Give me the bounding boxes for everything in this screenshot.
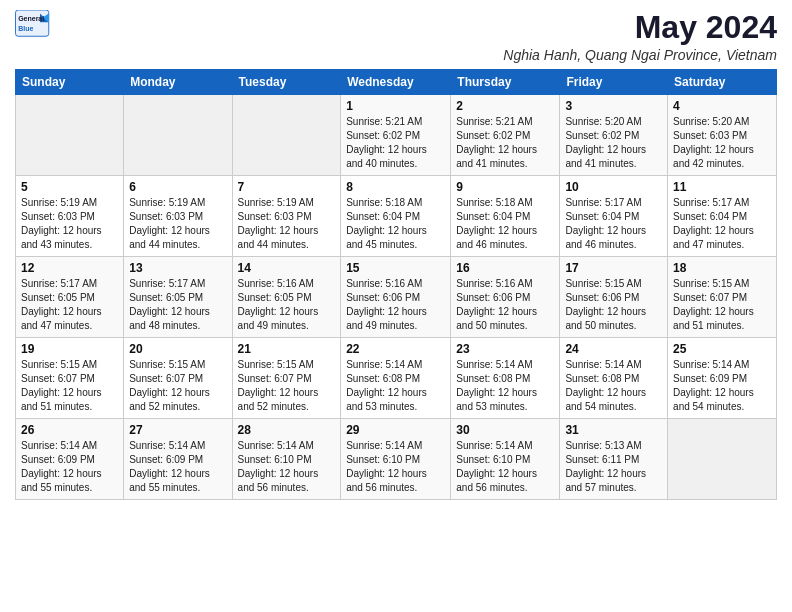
title-section: May 2024 Nghia Hanh, Quang Ngai Province…	[503, 10, 777, 63]
day-info: Sunrise: 5:15 AM Sunset: 6:07 PM Dayligh…	[21, 358, 118, 414]
table-row: 7 Sunrise: 5:19 AM Sunset: 6:03 PM Dayli…	[232, 176, 341, 257]
table-row: 10 Sunrise: 5:17 AM Sunset: 6:04 PM Dayl…	[560, 176, 668, 257]
table-row: 12 Sunrise: 5:17 AM Sunset: 6:05 PM Dayl…	[16, 257, 124, 338]
day-info: Sunrise: 5:19 AM Sunset: 6:03 PM Dayligh…	[238, 196, 336, 252]
header-thursday: Thursday	[451, 70, 560, 95]
table-row: 13 Sunrise: 5:17 AM Sunset: 6:05 PM Dayl…	[124, 257, 232, 338]
day-number: 18	[673, 261, 771, 275]
day-info: Sunrise: 5:14 AM Sunset: 6:08 PM Dayligh…	[456, 358, 554, 414]
day-info: Sunrise: 5:21 AM Sunset: 6:02 PM Dayligh…	[346, 115, 445, 171]
day-number: 2	[456, 99, 554, 113]
day-number: 17	[565, 261, 662, 275]
day-info: Sunrise: 5:20 AM Sunset: 6:02 PM Dayligh…	[565, 115, 662, 171]
day-info: Sunrise: 5:21 AM Sunset: 6:02 PM Dayligh…	[456, 115, 554, 171]
table-row: 24 Sunrise: 5:14 AM Sunset: 6:08 PM Dayl…	[560, 338, 668, 419]
table-row	[124, 95, 232, 176]
table-row: 18 Sunrise: 5:15 AM Sunset: 6:07 PM Dayl…	[668, 257, 777, 338]
day-number: 21	[238, 342, 336, 356]
table-row: 9 Sunrise: 5:18 AM Sunset: 6:04 PM Dayli…	[451, 176, 560, 257]
table-row: 14 Sunrise: 5:16 AM Sunset: 6:05 PM Dayl…	[232, 257, 341, 338]
day-number: 26	[21, 423, 118, 437]
calendar-header-row: Sunday Monday Tuesday Wednesday Thursday…	[16, 70, 777, 95]
day-number: 16	[456, 261, 554, 275]
table-row: 16 Sunrise: 5:16 AM Sunset: 6:06 PM Dayl…	[451, 257, 560, 338]
day-info: Sunrise: 5:14 AM Sunset: 6:10 PM Dayligh…	[456, 439, 554, 495]
calendar-week-3: 12 Sunrise: 5:17 AM Sunset: 6:05 PM Dayl…	[16, 257, 777, 338]
day-info: Sunrise: 5:19 AM Sunset: 6:03 PM Dayligh…	[129, 196, 226, 252]
day-number: 7	[238, 180, 336, 194]
table-row: 11 Sunrise: 5:17 AM Sunset: 6:04 PM Dayl…	[668, 176, 777, 257]
day-info: Sunrise: 5:14 AM Sunset: 6:09 PM Dayligh…	[129, 439, 226, 495]
header-tuesday: Tuesday	[232, 70, 341, 95]
table-row: 26 Sunrise: 5:14 AM Sunset: 6:09 PM Dayl…	[16, 419, 124, 500]
day-number: 15	[346, 261, 445, 275]
day-info: Sunrise: 5:14 AM Sunset: 6:08 PM Dayligh…	[565, 358, 662, 414]
day-info: Sunrise: 5:15 AM Sunset: 6:07 PM Dayligh…	[129, 358, 226, 414]
header-sunday: Sunday	[16, 70, 124, 95]
day-number: 1	[346, 99, 445, 113]
day-info: Sunrise: 5:14 AM Sunset: 6:09 PM Dayligh…	[673, 358, 771, 414]
table-row: 5 Sunrise: 5:19 AM Sunset: 6:03 PM Dayli…	[16, 176, 124, 257]
day-info: Sunrise: 5:13 AM Sunset: 6:11 PM Dayligh…	[565, 439, 662, 495]
calendar-week-1: 1 Sunrise: 5:21 AM Sunset: 6:02 PM Dayli…	[16, 95, 777, 176]
header-wednesday: Wednesday	[341, 70, 451, 95]
table-row: 20 Sunrise: 5:15 AM Sunset: 6:07 PM Dayl…	[124, 338, 232, 419]
table-row: 15 Sunrise: 5:16 AM Sunset: 6:06 PM Dayl…	[341, 257, 451, 338]
day-number: 9	[456, 180, 554, 194]
subtitle: Nghia Hanh, Quang Ngai Province, Vietnam	[503, 47, 777, 63]
day-info: Sunrise: 5:16 AM Sunset: 6:05 PM Dayligh…	[238, 277, 336, 333]
svg-text:Blue: Blue	[18, 25, 33, 32]
day-info: Sunrise: 5:17 AM Sunset: 6:05 PM Dayligh…	[21, 277, 118, 333]
table-row: 6 Sunrise: 5:19 AM Sunset: 6:03 PM Dayli…	[124, 176, 232, 257]
day-number: 31	[565, 423, 662, 437]
table-row: 2 Sunrise: 5:21 AM Sunset: 6:02 PM Dayli…	[451, 95, 560, 176]
day-info: Sunrise: 5:15 AM Sunset: 6:07 PM Dayligh…	[673, 277, 771, 333]
table-row: 30 Sunrise: 5:14 AM Sunset: 6:10 PM Dayl…	[451, 419, 560, 500]
table-row: 22 Sunrise: 5:14 AM Sunset: 6:08 PM Dayl…	[341, 338, 451, 419]
table-row: 28 Sunrise: 5:14 AM Sunset: 6:10 PM Dayl…	[232, 419, 341, 500]
day-info: Sunrise: 5:15 AM Sunset: 6:06 PM Dayligh…	[565, 277, 662, 333]
table-row	[16, 95, 124, 176]
table-row: 27 Sunrise: 5:14 AM Sunset: 6:09 PM Dayl…	[124, 419, 232, 500]
day-info: Sunrise: 5:14 AM Sunset: 6:09 PM Dayligh…	[21, 439, 118, 495]
day-info: Sunrise: 5:14 AM Sunset: 6:10 PM Dayligh…	[346, 439, 445, 495]
table-row: 8 Sunrise: 5:18 AM Sunset: 6:04 PM Dayli…	[341, 176, 451, 257]
day-info: Sunrise: 5:17 AM Sunset: 6:04 PM Dayligh…	[565, 196, 662, 252]
table-row: 31 Sunrise: 5:13 AM Sunset: 6:11 PM Dayl…	[560, 419, 668, 500]
day-number: 23	[456, 342, 554, 356]
day-info: Sunrise: 5:20 AM Sunset: 6:03 PM Dayligh…	[673, 115, 771, 171]
day-number: 19	[21, 342, 118, 356]
table-row: 25 Sunrise: 5:14 AM Sunset: 6:09 PM Dayl…	[668, 338, 777, 419]
table-row	[232, 95, 341, 176]
calendar-table: Sunday Monday Tuesday Wednesday Thursday…	[15, 69, 777, 500]
main-title: May 2024	[503, 10, 777, 45]
day-number: 27	[129, 423, 226, 437]
calendar-week-2: 5 Sunrise: 5:19 AM Sunset: 6:03 PM Dayli…	[16, 176, 777, 257]
table-row: 21 Sunrise: 5:15 AM Sunset: 6:07 PM Dayl…	[232, 338, 341, 419]
day-number: 14	[238, 261, 336, 275]
day-number: 30	[456, 423, 554, 437]
day-info: Sunrise: 5:15 AM Sunset: 6:07 PM Dayligh…	[238, 358, 336, 414]
table-row	[668, 419, 777, 500]
table-row: 1 Sunrise: 5:21 AM Sunset: 6:02 PM Dayli…	[341, 95, 451, 176]
day-number: 12	[21, 261, 118, 275]
day-number: 4	[673, 99, 771, 113]
day-number: 20	[129, 342, 226, 356]
day-number: 10	[565, 180, 662, 194]
day-info: Sunrise: 5:14 AM Sunset: 6:10 PM Dayligh…	[238, 439, 336, 495]
day-info: Sunrise: 5:14 AM Sunset: 6:08 PM Dayligh…	[346, 358, 445, 414]
header: General Blue May 2024 Nghia Hanh, Quang …	[15, 10, 777, 63]
logo-icon: General Blue	[15, 10, 51, 38]
day-number: 25	[673, 342, 771, 356]
day-number: 6	[129, 180, 226, 194]
table-row: 4 Sunrise: 5:20 AM Sunset: 6:03 PM Dayli…	[668, 95, 777, 176]
svg-text:General: General	[18, 15, 44, 22]
day-number: 24	[565, 342, 662, 356]
day-info: Sunrise: 5:18 AM Sunset: 6:04 PM Dayligh…	[456, 196, 554, 252]
header-monday: Monday	[124, 70, 232, 95]
day-number: 29	[346, 423, 445, 437]
day-info: Sunrise: 5:19 AM Sunset: 6:03 PM Dayligh…	[21, 196, 118, 252]
day-number: 3	[565, 99, 662, 113]
table-row: 29 Sunrise: 5:14 AM Sunset: 6:10 PM Dayl…	[341, 419, 451, 500]
calendar-week-5: 26 Sunrise: 5:14 AM Sunset: 6:09 PM Dayl…	[16, 419, 777, 500]
